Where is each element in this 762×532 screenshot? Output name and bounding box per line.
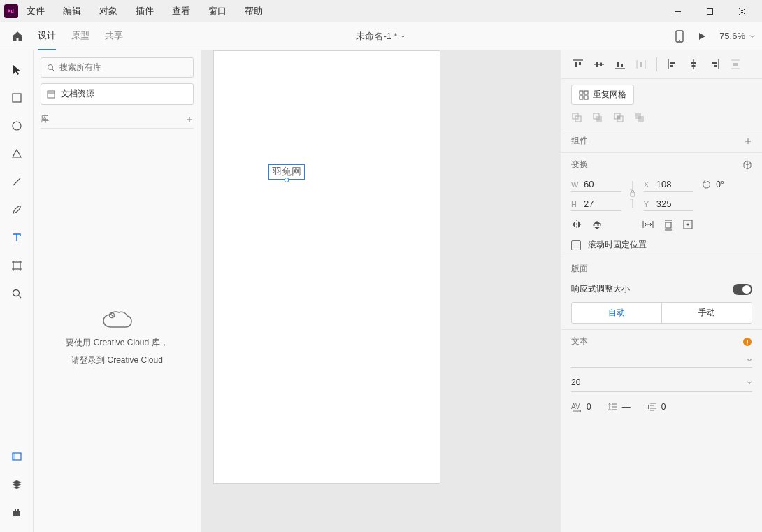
zoom-tool[interactable]	[8, 285, 25, 302]
lock-aspect[interactable]	[630, 181, 635, 208]
align-top-icon[interactable]	[571, 57, 585, 71]
svg-point-6	[679, 39, 680, 41]
plugins-panel-button[interactable]	[8, 504, 25, 521]
intersect-icon[interactable]	[613, 112, 624, 123]
width-field[interactable]: W60	[571, 178, 621, 192]
home-button[interactable]	[7, 30, 28, 43]
rotation-field[interactable]: 0°	[702, 180, 752, 189]
char-spacing-field[interactable]: AV 0	[571, 402, 591, 412]
tab-prototype[interactable]: 原型	[71, 22, 89, 50]
tools-toolbar	[0, 50, 34, 532]
svg-rect-68	[617, 116, 620, 119]
responsive-toggle[interactable]	[733, 284, 752, 295]
library-row[interactable]: 库	[41, 110, 194, 129]
align-row	[561, 50, 762, 79]
menu-help[interactable]: 帮助	[245, 5, 263, 17]
document-resources[interactable]: 文档资源	[41, 83, 194, 105]
align-left-icon[interactable]	[666, 57, 680, 71]
char-spacing-value: 0	[587, 402, 591, 412]
svg-line-9	[13, 178, 20, 185]
line-spacing-field[interactable]: —	[608, 402, 631, 412]
y-field[interactable]: Y325	[644, 197, 694, 211]
zoom-dropdown[interactable]: 75.6%	[719, 31, 755, 41]
svg-rect-59	[584, 91, 588, 94]
selected-text-element[interactable]: 羽兔网	[268, 164, 305, 180]
tab-design[interactable]: 设计	[38, 22, 56, 50]
grid-icon	[579, 90, 589, 100]
size-mode2-icon[interactable]	[663, 220, 673, 231]
tab-share[interactable]: 共享	[105, 22, 123, 50]
svg-rect-35	[575, 62, 577, 67]
auto-mode-button[interactable]: 自动	[572, 303, 662, 323]
layers-panel-button[interactable]	[8, 476, 25, 493]
svg-rect-2	[707, 8, 712, 14]
canvas[interactable]: 羽兔网	[201, 50, 561, 532]
transform-label: 变换	[571, 159, 588, 171]
font-size-select[interactable]: 20	[571, 373, 752, 392]
distribute-horizontal-icon[interactable]	[728, 57, 742, 71]
para-spacing-icon	[647, 402, 657, 412]
artboard[interactable]: 羽兔网	[213, 50, 440, 484]
repeat-grid-button[interactable]: 重复网格	[571, 85, 634, 105]
minimize-button[interactable]	[661, 0, 693, 22]
left-panel: 搜索所有库 文档资源 库 要使用 Creative Cloud 库， 请登录到 …	[34, 50, 201, 532]
library-search[interactable]: 搜索所有库	[41, 57, 194, 78]
artboard-tool[interactable]	[8, 257, 25, 274]
size-mode1-icon[interactable]	[642, 220, 654, 229]
line-tool[interactable]	[8, 173, 25, 190]
document-title[interactable]: 未命名-1 *	[356, 30, 405, 43]
svg-point-86	[747, 343, 748, 345]
flip-vertical-icon[interactable]	[592, 220, 602, 231]
svg-point-19	[13, 290, 19, 296]
menu-view[interactable]: 查看	[172, 5, 190, 17]
distribute-vertical-icon[interactable]	[634, 57, 648, 71]
font-family-select[interactable]	[571, 353, 752, 368]
para-spacing-field[interactable]: 0	[647, 402, 666, 412]
menu-plugin[interactable]: 插件	[136, 5, 154, 17]
flip-horizontal-icon[interactable]	[571, 220, 582, 229]
plus-icon[interactable]	[744, 137, 752, 145]
menu-window[interactable]: 窗口	[208, 5, 227, 17]
svg-rect-60	[580, 96, 583, 99]
menu-file[interactable]: 文件	[27, 5, 45, 17]
document-icon	[47, 90, 55, 99]
cc-message-line1: 要使用 Creative Cloud 库，	[66, 337, 168, 349]
cube-icon[interactable]	[742, 160, 752, 170]
subtract-icon[interactable]	[592, 112, 603, 123]
align-hcenter-icon[interactable]	[686, 57, 700, 71]
line-spacing-value: —	[622, 402, 631, 412]
exclude-icon[interactable]	[634, 112, 645, 123]
text-tool[interactable]	[8, 229, 25, 246]
cc-login-message: 要使用 Creative Cloud 库， 请登录到 Creative Clou…	[34, 310, 201, 366]
union-icon[interactable]	[571, 112, 582, 123]
zoom-value: 75.6%	[719, 31, 745, 41]
plus-icon[interactable]	[185, 115, 194, 124]
svg-rect-25	[17, 509, 19, 511]
maximize-button[interactable]	[693, 0, 726, 22]
height-field[interactable]: H27	[571, 197, 621, 211]
polygon-tool[interactable]	[8, 145, 25, 162]
scroll-fix-checkbox[interactable]: 滚动时固定位置	[571, 239, 752, 251]
responsive-mode-segment: 自动 手动	[571, 302, 752, 324]
line-spacing-icon	[608, 402, 618, 412]
menu-edit[interactable]: 编辑	[63, 5, 81, 17]
pen-tool[interactable]	[8, 201, 25, 218]
chevron-down-icon	[747, 380, 752, 385]
right-controls: 75.6%	[675, 30, 755, 43]
play-button[interactable]	[697, 31, 707, 41]
x-field[interactable]: X108	[644, 178, 694, 192]
rectangle-tool[interactable]	[8, 89, 25, 106]
size-mode3-icon[interactable]	[683, 220, 693, 229]
align-bottom-icon[interactable]	[613, 57, 627, 71]
text-section: 文本 20 AV 0 —	[561, 330, 762, 417]
libraries-panel-button[interactable]	[8, 448, 25, 465]
menu-object[interactable]: 对象	[99, 5, 117, 17]
select-tool[interactable]	[8, 62, 25, 78]
align-vcenter-icon[interactable]	[592, 57, 606, 71]
close-button[interactable]	[726, 0, 758, 22]
device-preview-button[interactable]	[675, 30, 684, 43]
manual-mode-button[interactable]: 手动	[662, 303, 752, 323]
align-right-icon[interactable]	[707, 57, 721, 71]
ellipse-tool[interactable]	[8, 117, 25, 134]
text-spacing-row: AV 0 — 0	[571, 402, 752, 412]
